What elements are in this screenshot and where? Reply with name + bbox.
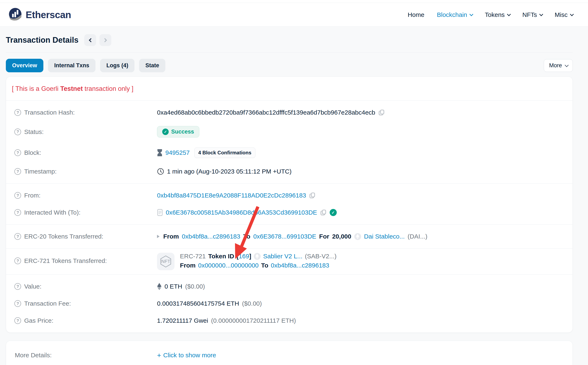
nav-item-misc[interactable]: Misc xyxy=(555,11,573,18)
help-icon[interactable] xyxy=(14,233,21,240)
nft-badge-text: NFT xyxy=(161,259,170,264)
eth-icon xyxy=(157,283,162,290)
section-value-fee: Value: 0 ETH ($0.00) Transaction Fee: xyxy=(6,274,573,332)
erc721-from-address-link[interactable]: 0x000000...00000000 xyxy=(198,262,258,269)
help-icon[interactable] xyxy=(14,109,21,116)
nav-item-home[interactable]: Home xyxy=(408,11,424,18)
tab-internal-txns[interactable]: Internal Txns xyxy=(48,59,95,72)
row-label-text: Interacted With (To): xyxy=(24,209,80,216)
row-label-text: Transaction Fee: xyxy=(24,300,71,307)
erc20-from-label: From xyxy=(163,233,179,240)
copy-icon[interactable] xyxy=(320,209,327,216)
row-timestamp: Timestamp: 1 min ago (Aug-10-2023 05:11:… xyxy=(14,163,564,180)
timestamp-value: 1 min ago (Aug-10-2023 05:11:12 PM +UTC) xyxy=(167,168,292,175)
copy-icon[interactable] xyxy=(378,109,385,116)
status-badge: Success xyxy=(157,126,199,138)
next-transaction-button[interactable] xyxy=(100,34,111,46)
chevron-down-icon xyxy=(470,12,473,16)
copy-icon[interactable] xyxy=(309,192,316,199)
help-icon[interactable] xyxy=(14,258,21,264)
erc721-to-label: To xyxy=(261,262,268,269)
etherscan-logo[interactable]: Etherscan xyxy=(8,7,71,22)
prev-transaction-button[interactable] xyxy=(84,34,96,46)
help-icon[interactable] xyxy=(14,209,21,216)
section-erc721: ERC-721 Tokens Transferred: NFT ERC-721 … xyxy=(6,248,573,274)
tab-logs[interactable]: Logs (4) xyxy=(100,59,135,72)
row-value: Value: 0 ETH ($0.00) xyxy=(14,278,564,295)
chevron-down-icon xyxy=(507,12,511,16)
row-status: Status: Success xyxy=(14,121,564,142)
fee-amount: 0.000317485604175754 ETH xyxy=(157,300,239,307)
nav-label: Misc xyxy=(555,11,567,18)
brand-name: Etherscan xyxy=(26,9,71,21)
erc721-token-id-label: Token ID xyxy=(208,253,234,260)
erc721-to-address-link[interactable]: 0xb4bf8a...c2896183 xyxy=(271,262,329,269)
nav-label: NFTs xyxy=(522,11,537,18)
row-label-text: Timestamp: xyxy=(24,168,57,175)
more-dropdown-button[interactable]: More xyxy=(544,59,573,72)
erc20-to-label: To xyxy=(243,233,250,240)
row-label-text: More Details: xyxy=(15,352,52,359)
block-number-link[interactable]: 9495257 xyxy=(165,149,190,156)
nft-thumbnail[interactable]: NFT xyxy=(157,253,174,270)
nav-label: Home xyxy=(408,11,424,18)
caret-right-icon[interactable] xyxy=(157,235,159,238)
more-label: More xyxy=(549,62,562,69)
help-icon[interactable] xyxy=(14,192,21,199)
transaction-overview-card: [ This is a Goerli Testnet transaction o… xyxy=(6,77,573,333)
erc20-token-link[interactable]: Dai Stableco... xyxy=(364,233,405,240)
help-icon[interactable] xyxy=(14,317,21,324)
row-label-text: Block: xyxy=(24,149,41,156)
erc721-from-label: From xyxy=(180,262,196,269)
row-label-text: From: xyxy=(24,192,40,199)
nav-item-nfts[interactable]: NFTs xyxy=(522,11,542,18)
erc20-to-address-link[interactable]: 0x6E3678...699103DE xyxy=(253,233,316,240)
erc721-token-symbol: (SAB-V2...) xyxy=(305,253,337,260)
chevron-down-icon xyxy=(565,63,568,67)
bracket-close: ] xyxy=(249,253,251,260)
row-label-text: ERC-721 Tokens Transferred: xyxy=(24,257,107,264)
click-to-show-more-link[interactable]: + Click to show more xyxy=(157,352,216,359)
tabs-row: Overview Internal Txns Logs (4) State Mo… xyxy=(6,59,573,72)
etherscan-logo-icon xyxy=(8,7,23,22)
transaction-hash-value: 0xa4ed68ab0c6bbedb2720ba9f7366abc12dfffc… xyxy=(157,109,375,116)
tab-overview[interactable]: Overview xyxy=(6,59,43,72)
row-interacted-with: Interacted With (To): 0x6E3678c005815Ab3… xyxy=(14,204,564,221)
page-title: Transaction Details xyxy=(6,36,79,45)
row-erc721-transfers: ERC-721 Tokens Transferred: NFT ERC-721 … xyxy=(14,253,564,270)
erc721-token-id-link[interactable]: 169 xyxy=(239,253,249,260)
erc20-from-address-link[interactable]: 0xb4bf8a...c2896183 xyxy=(182,233,240,240)
from-address-link[interactable]: 0xb4bf8a8475D1E8e9A2088F118AD0E2cDc28961… xyxy=(157,192,306,199)
row-more-details: More Details: + Click to show more xyxy=(14,344,564,365)
verified-contract-icon xyxy=(330,209,337,216)
section-parties: From: 0xb4bf8a8475D1E8e9A2088F118AD0E2cD… xyxy=(6,183,573,224)
hourglass-icon xyxy=(157,149,162,156)
chevron-right-icon xyxy=(103,38,107,42)
clock-icon xyxy=(157,168,164,175)
nav-item-blockchain[interactable]: Blockchain xyxy=(437,11,472,18)
help-icon[interactable] xyxy=(14,168,21,175)
tab-state[interactable]: State xyxy=(139,59,165,72)
erc721-token-link[interactable]: Sablier V2 L... xyxy=(263,253,302,260)
page-head: Transaction Details xyxy=(6,27,573,52)
help-icon[interactable] xyxy=(14,300,21,307)
tabs: Overview Internal Txns Logs (4) State xyxy=(6,59,165,72)
gas-price-alt: (0.000000001720211117 ETH) xyxy=(211,317,296,324)
dai-token-icon xyxy=(354,233,361,240)
chevron-down-icon xyxy=(570,12,574,16)
site-header: Etherscan Home Blockchain Tokens NFTs Mi… xyxy=(0,3,588,27)
help-icon[interactable] xyxy=(14,149,21,156)
help-icon[interactable] xyxy=(14,128,21,135)
erc20-token-symbol: (DAI...) xyxy=(408,233,427,240)
show-more-text: Click to show more xyxy=(163,352,216,359)
top-strip xyxy=(0,0,588,3)
row-erc20-transfers: ERC-20 Tokens Transferred: From 0xb4bf8a… xyxy=(14,228,564,245)
row-label-text: ERC-20 Tokens Transferred: xyxy=(24,233,103,240)
nav-label: Tokens xyxy=(485,11,505,18)
nav-item-tokens[interactable]: Tokens xyxy=(485,11,510,18)
interacted-address-link[interactable]: 0x6E3678c005815Ab34986D8d66A353Cd3699103… xyxy=(166,209,317,216)
section-more-details: More Details: + Click to show more xyxy=(6,341,573,365)
value-usd: ($0.00) xyxy=(185,283,205,290)
help-icon[interactable] xyxy=(14,283,21,290)
row-label-text: Gas Price: xyxy=(24,317,53,324)
